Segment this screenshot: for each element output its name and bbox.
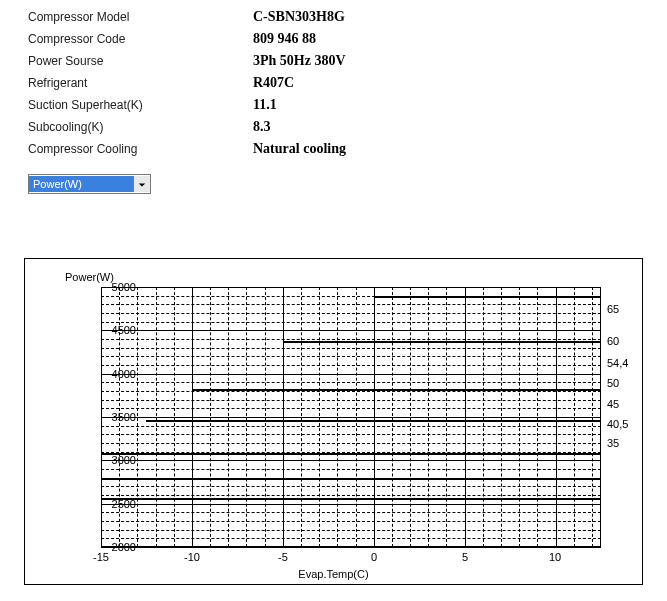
spec-label: Compressor Cooling [28, 138, 253, 160]
x-tick: 10 [549, 551, 561, 563]
power-dropdown[interactable]: Power(W) [28, 174, 151, 194]
chart-x-title: Evap.Temp(C) [25, 568, 642, 580]
series-label: 60 [607, 335, 619, 347]
spec-value: 809 946 88 [253, 28, 316, 50]
series-45 [101, 453, 601, 455]
dropdown-button[interactable] [133, 176, 150, 192]
spec-table: Compressor ModelC-SBN303H8G Compressor C… [0, 0, 667, 160]
spec-label: Refrigerant [28, 72, 253, 94]
x-tick: 0 [371, 551, 377, 563]
spec-value: 8.3 [253, 116, 271, 138]
chevron-down-icon [138, 175, 146, 193]
series-54-4 [192, 389, 601, 391]
dropdown-selected: Power(W) [29, 176, 133, 192]
series-35 [101, 498, 601, 500]
series-label: 45 [607, 398, 619, 410]
spec-label: Subcooling(K) [28, 116, 253, 138]
power-chart: Power(W) 5000 4500 4000 3500 3000 2500 2… [24, 258, 643, 585]
spec-label: Power Sourse [28, 50, 253, 72]
series-label: 65 [607, 303, 619, 315]
series-40-5 [101, 478, 601, 480]
spec-row: Subcooling(K)8.3 [28, 116, 667, 138]
spec-value: R407C [253, 72, 294, 94]
spec-label: Compressor Code [28, 28, 253, 50]
plot-area [101, 287, 601, 547]
spec-value: 11.1 [253, 94, 277, 116]
spec-row: Power Sourse3Ph 50Hz 380V [28, 50, 667, 72]
spec-value: 3Ph 50Hz 380V [253, 50, 346, 72]
series-50 [146, 420, 601, 422]
spec-row: RefrigerantR407C [28, 72, 667, 94]
spec-label: Suction Superheat(K) [28, 94, 253, 116]
spec-label: Compressor Model [28, 6, 253, 28]
x-tick: -5 [278, 551, 288, 563]
spec-row: Compressor ModelC-SBN303H8G [28, 6, 667, 28]
spec-row: Compressor CoolingNatural cooling [28, 138, 667, 160]
series-label: 50 [607, 377, 619, 389]
spec-row: Suction Superheat(K)11.1 [28, 94, 667, 116]
spec-value: Natural cooling [253, 138, 346, 160]
x-tick: -10 [184, 551, 200, 563]
x-tick: -15 [93, 551, 109, 563]
spec-row: Compressor Code809 946 88 [28, 28, 667, 50]
series-65 [374, 296, 601, 298]
series-60 [283, 341, 601, 343]
series-label: 54,4 [607, 357, 628, 369]
series-label: 35 [607, 437, 619, 449]
spec-value: C-SBN303H8G [253, 6, 345, 28]
x-tick: 5 [462, 551, 468, 563]
series-label: 40,5 [607, 418, 628, 430]
